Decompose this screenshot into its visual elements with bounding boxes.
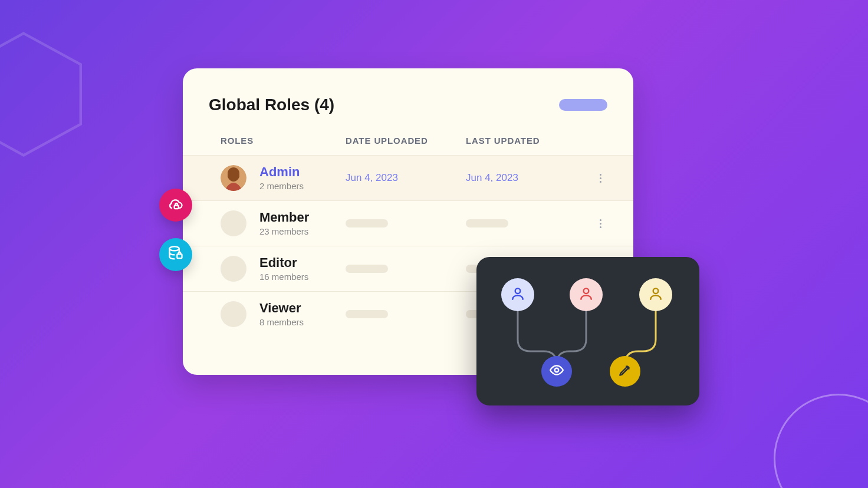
- user-node-3[interactable]: [639, 278, 672, 311]
- permissions-card: [476, 257, 699, 405]
- role-members: 2 members: [259, 181, 304, 191]
- table-row[interactable]: Member 23 members: [183, 200, 633, 246]
- user-node-1[interactable]: [501, 278, 534, 311]
- user-icon: [578, 286, 594, 304]
- row-menu-button[interactable]: [600, 219, 601, 228]
- role-name[interactable]: Member: [259, 210, 309, 225]
- avatar-placeholder: [221, 256, 246, 282]
- role-members: 23 members: [259, 226, 309, 236]
- hexagon-decoration: [0, 29, 88, 159]
- table-column-headers: ROLES DATE UPLOADED LAST UPDATED: [183, 136, 633, 155]
- pencil-icon: [617, 362, 633, 380]
- last-updated-placeholder: [466, 219, 584, 227]
- header-action-button[interactable]: [559, 99, 607, 111]
- edit-permission-node[interactable]: [610, 356, 640, 387]
- column-header-last-updated: LAST UPDATED: [466, 136, 584, 146]
- cloud-lock-button[interactable]: [159, 189, 192, 222]
- avatar: [221, 165, 246, 191]
- date-uploaded-placeholder: [346, 219, 466, 227]
- role-name[interactable]: Editor: [259, 256, 308, 270]
- user-icon: [510, 286, 525, 304]
- svg-point-4: [170, 246, 179, 250]
- user-node-2[interactable]: [570, 278, 603, 311]
- eye-icon: [549, 362, 564, 380]
- row-menu-button[interactable]: [600, 174, 601, 183]
- role-members: 8 members: [259, 317, 304, 327]
- svg-point-9: [555, 368, 559, 372]
- column-header-date-uploaded: DATE UPLOADED: [346, 136, 466, 146]
- date-uploaded: Jun 4, 2023: [346, 172, 466, 184]
- role-name[interactable]: Admin: [259, 165, 304, 179]
- role-members: 16 members: [259, 272, 308, 282]
- date-uploaded-placeholder: [346, 265, 466, 273]
- stage: Global Roles (4) ROLES DATE UPLOADED LAS…: [0, 0, 868, 488]
- table-row[interactable]: Admin 2 members Jun 4, 2023 Jun 4, 2023: [183, 155, 633, 200]
- database-lock-icon: [167, 245, 184, 264]
- svg-marker-0: [0, 34, 81, 156]
- svg-point-7: [584, 288, 589, 294]
- database-lock-button[interactable]: [159, 238, 192, 271]
- avatar-placeholder: [221, 210, 246, 236]
- svg-rect-5: [177, 254, 182, 258]
- avatar-placeholder: [221, 301, 246, 327]
- cloud-lock-icon: [167, 196, 184, 215]
- circle-decoration: [774, 394, 868, 488]
- svg-point-8: [653, 288, 659, 294]
- card-header: Global Roles (4): [183, 88, 633, 136]
- svg-point-6: [515, 288, 521, 294]
- card-title: Global Roles (4): [209, 95, 334, 114]
- date-uploaded-placeholder: [346, 310, 466, 318]
- view-permission-node[interactable]: [541, 356, 572, 387]
- last-updated: Jun 4, 2023: [466, 172, 584, 184]
- role-name[interactable]: Viewer: [259, 301, 304, 315]
- user-icon: [648, 286, 663, 304]
- column-header-roles: ROLES: [221, 136, 346, 146]
